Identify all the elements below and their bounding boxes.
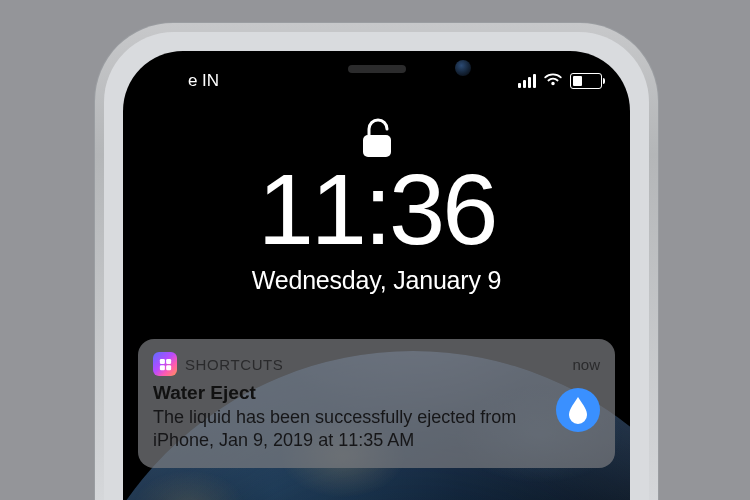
phone-frame: e IN — [95, 23, 658, 500]
notification-card[interactable]: SHORTCUTS now Water Eject The liquid has… — [138, 339, 615, 468]
notification-text: Water Eject The liquid has been successf… — [153, 382, 544, 453]
time-label: 11:36 — [123, 159, 630, 260]
carrier-label: e IN — [188, 71, 219, 91]
svg-rect-2 — [166, 358, 171, 363]
svg-rect-1 — [159, 358, 164, 363]
notification-message: The liquid has been successfully ejected… — [153, 406, 544, 453]
water-drop-icon — [556, 388, 600, 432]
cellular-signal-icon — [518, 74, 536, 88]
notification-title: Water Eject — [153, 382, 544, 404]
lockscreen-clock: 11:36 Wednesday, January 9 — [123, 159, 630, 295]
shortcuts-app-icon — [153, 352, 177, 376]
wifi-icon — [543, 71, 563, 91]
notification-app-name: SHORTCUTS — [185, 356, 283, 373]
status-left: e IN — [151, 61, 256, 101]
front-camera — [455, 60, 471, 76]
notification-header: SHORTCUTS now — [153, 352, 600, 376]
canvas: e IN — [0, 0, 750, 500]
date-label: Wednesday, January 9 — [123, 266, 630, 295]
battery-icon — [570, 73, 602, 89]
svg-rect-3 — [159, 365, 164, 370]
notch — [247, 51, 507, 91]
screen: e IN — [123, 51, 630, 500]
svg-rect-4 — [166, 365, 171, 370]
speaker-grille — [348, 65, 406, 73]
notification-time: now — [572, 356, 600, 373]
battery-level — [573, 76, 582, 86]
notification-body: Water Eject The liquid has been successf… — [153, 382, 600, 453]
phone-bezel: e IN — [104, 32, 649, 500]
